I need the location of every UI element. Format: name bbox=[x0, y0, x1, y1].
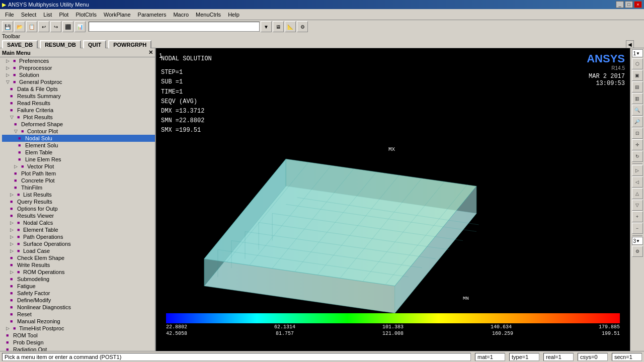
rotate-cw-button[interactable]: ▷ bbox=[632, 165, 643, 176]
toolbar-btn-icon2[interactable]: 📐 bbox=[285, 21, 296, 32]
sidebar-item-options-outp[interactable]: ■ Options for Outp bbox=[2, 205, 155, 212]
sidebar-item-element-table[interactable]: ▷ ■ Element Table bbox=[2, 226, 155, 233]
sidebar-item-elem-table[interactable]: ■ Elem Table bbox=[2, 149, 155, 156]
toolbar-btn-5[interactable]: ↪ bbox=[50, 21, 61, 32]
menu-workplane[interactable]: WorkPlane bbox=[101, 11, 134, 19]
sidebar-item-element-solu[interactable]: ■ Element Solu bbox=[2, 142, 155, 149]
sidebar-item-radiation-opt[interactable]: ■ Radiation Opt bbox=[2, 346, 155, 351]
view-iso-button[interactable]: ⬡ bbox=[632, 58, 643, 69]
sidebar-item-nodal-calcs[interactable]: ▷ ■ Nodal Calcs bbox=[2, 219, 155, 226]
sidebar-toggle[interactable]: ◀ bbox=[626, 40, 634, 48]
sidebar-item-reset[interactable]: ■ Reset bbox=[2, 311, 155, 318]
toolbar-btn-4[interactable]: ↩ bbox=[38, 21, 49, 32]
toolbar-btn-icon3[interactable]: ⚙ bbox=[297, 21, 308, 32]
sidebar-item-contour-plot[interactable]: ▽ ■ Contour Plot bbox=[2, 128, 155, 135]
sidebar-item-nodal-solu[interactable]: ■ Nodal Solu bbox=[2, 135, 155, 142]
menu-help[interactable]: Help bbox=[225, 11, 243, 19]
sidebar-item-surface-operations[interactable]: ▷ ■ Surface Operations bbox=[2, 240, 155, 247]
sidebar-item-safety-factor[interactable]: ■ Safety Factor bbox=[2, 290, 155, 297]
sidebar-item-list-results[interactable]: ▷ ■ List Results bbox=[2, 191, 155, 198]
sidebar-item-data-file-opts[interactable]: ■ Data & File Opts bbox=[2, 85, 155, 93]
sidebar-item-solution[interactable]: ▷ ■ Solution bbox=[2, 71, 155, 78]
sidebar-item-failure-criteria[interactable]: ■ Failure Criteria bbox=[2, 107, 155, 114]
toolbar-divider2 bbox=[632, 235, 642, 236]
sidebar-item-rom-tool[interactable]: ■ ROM Tool bbox=[2, 332, 155, 339]
sidebar-item-define-modify[interactable]: ■ Define/Modify bbox=[2, 297, 155, 304]
sidebar-item-deformed-shape[interactable]: ■ Deformed Shape bbox=[2, 121, 155, 128]
close-button[interactable]: × bbox=[634, 1, 642, 8]
status-command: Pick a menu item or enter a command (POS… bbox=[2, 353, 471, 361]
sidebar-item-read-results[interactable]: ■ Read Results bbox=[2, 100, 155, 107]
menu-plotctrls[interactable]: PlotCtrls bbox=[72, 11, 100, 19]
toolbar-btn-1[interactable]: 💾 bbox=[2, 21, 13, 32]
rotate-button[interactable]: ↻ bbox=[632, 151, 643, 162]
sidebar-item-plot-path-item[interactable]: ■ Plot Path Item bbox=[2, 170, 155, 177]
main-content: Main Menu ✕ ▷ ■ Preferences ▷ ■ Preproce… bbox=[0, 48, 644, 351]
viewport[interactable]: 1 NODAL SOLUTION STEP=1 SUB =1 TIME=1 SE… bbox=[156, 48, 630, 351]
view-top-button[interactable]: ▤ bbox=[632, 81, 643, 93]
sidebar-item-timehist-postproc[interactable]: ▷ ■ TimeHist Postproc bbox=[2, 325, 155, 332]
zoom-fit-button[interactable]: ⊡ bbox=[632, 128, 643, 139]
sidebar-item-query-results[interactable]: ■ Query Results bbox=[2, 198, 155, 205]
sidebar-item-path-operations[interactable]: ▷ ■ Path Operations bbox=[2, 233, 155, 240]
sidebar-item-vector-plot[interactable]: ▷ ■ Vector Plot bbox=[2, 163, 155, 170]
dropdown-arrow[interactable]: ▼ bbox=[261, 21, 272, 32]
sidebar-item-preferences[interactable]: ▷ ■ Preferences bbox=[2, 57, 155, 64]
settings-button[interactable]: ⚙ bbox=[632, 246, 643, 257]
status-mat: mat=1 bbox=[475, 353, 505, 361]
sidebar-item-results-summary[interactable]: ■ Results Summary bbox=[2, 93, 155, 100]
sidebar-item-check-elem-shape[interactable]: ■ Check Elem Shape bbox=[2, 254, 155, 261]
right-toolbar: 1 ▼ ⬡ ▣ ▤ ▥ 🔍 🔎 ⊡ ✛ ↻ ▷ ◁ △ ▽ + − 3 ▼ ⚙ bbox=[630, 48, 644, 351]
sidebar-item-general-postproc[interactable]: ▽ ■ General Postproc bbox=[2, 78, 155, 85]
down-button[interactable]: ▽ bbox=[632, 200, 643, 211]
toolbar-btn-icon1[interactable]: 🖥 bbox=[273, 21, 284, 32]
sidebar-item-nonlinear-diagnostics[interactable]: ■ Nonlinear Diagnostics bbox=[2, 304, 155, 311]
zoom-out2-button[interactable]: − bbox=[632, 223, 643, 234]
view-dropdown2[interactable]: 3 ▼ bbox=[632, 237, 643, 245]
sidebar-item-write-results[interactable]: ■ Write Results bbox=[2, 261, 155, 268]
status-bar: Pick a menu item or enter a command (POS… bbox=[0, 351, 644, 362]
view-right-button[interactable]: ▥ bbox=[632, 93, 643, 104]
command-input[interactable] bbox=[89, 22, 260, 32]
menu-menuctrls[interactable]: MenuCtrls bbox=[193, 11, 224, 19]
maximize-button[interactable]: □ bbox=[625, 1, 633, 8]
time-label: 13:09:53 bbox=[587, 80, 625, 87]
toolbar-btn-2[interactable]: 📂 bbox=[14, 21, 25, 32]
sidebar-item-fatigue[interactable]: ■ Fatigue bbox=[2, 283, 155, 290]
sidebar-close[interactable]: ✕ bbox=[148, 49, 153, 56]
menu-select[interactable]: Select bbox=[18, 11, 40, 19]
zoom-in-button[interactable]: 🔍 bbox=[632, 105, 643, 116]
seqv-info: SEQV (AVG) bbox=[161, 97, 212, 107]
sidebar-item-load-case[interactable]: ▷ ■ Load Case bbox=[2, 247, 155, 254]
rotate-ccw-button[interactable]: ◁ bbox=[632, 176, 643, 188]
minimize-button[interactable]: _ bbox=[616, 1, 624, 8]
view-dropdown[interactable]: 1 ▼ bbox=[632, 49, 643, 57]
sidebar-item-preprocessor[interactable]: ▷ ■ Preprocessor bbox=[2, 64, 155, 71]
zoom-out-button[interactable]: 🔎 bbox=[632, 116, 643, 127]
menu-file[interactable]: File bbox=[2, 11, 17, 19]
menu-list[interactable]: List bbox=[40, 11, 55, 19]
menu-macro[interactable]: Macro bbox=[170, 11, 192, 19]
sidebar-item-results-viewer[interactable]: ■ Results Viewer bbox=[2, 212, 155, 219]
toolbar-btn-3[interactable]: 📋 bbox=[26, 21, 37, 32]
status-secn: secn=1 bbox=[612, 353, 642, 361]
menu-parameters[interactable]: Parameters bbox=[135, 11, 170, 19]
window-controls[interactable]: _ □ × bbox=[616, 1, 642, 8]
pan-button[interactable]: ✛ bbox=[632, 139, 643, 150]
sidebar-item-thinfilm[interactable]: ■ ThinFilm bbox=[2, 184, 155, 191]
sub-info: SUB =1 bbox=[161, 77, 212, 87]
toolbar-area: 💾 📂 📋 ↩ ↪ ⬛ 📊 ▼ 🖥 📐 ⚙ ◀ Toolbar SAVE_DB … bbox=[0, 20, 644, 48]
toolbar-btn-7[interactable]: 📊 bbox=[74, 21, 86, 32]
toolbar-btn-6[interactable]: ⬛ bbox=[62, 21, 73, 32]
menu-plot[interactable]: Plot bbox=[56, 11, 71, 19]
sidebar-item-prob-design[interactable]: ■ Prob Design bbox=[2, 339, 155, 346]
sidebar-item-rom-operations[interactable]: ▷ ■ ROM Operations bbox=[2, 268, 155, 276]
zoom-in2-button[interactable]: + bbox=[632, 211, 643, 222]
sidebar-item-concrete-plot[interactable]: ■ Concrete Plot bbox=[2, 177, 155, 184]
view-front-button[interactable]: ▣ bbox=[632, 70, 643, 81]
sidebar-item-submodeling[interactable]: ■ Submodeling bbox=[2, 276, 155, 283]
up-button[interactable]: △ bbox=[632, 188, 643, 199]
sidebar-item-manual-rezoning[interactable]: ■ Manual Rezoning bbox=[2, 318, 155, 325]
sidebar-item-line-elem-res[interactable]: ■ Line Elem Res bbox=[2, 156, 155, 163]
sidebar-item-plot-results[interactable]: ▽ ■ Plot Results bbox=[2, 114, 155, 121]
